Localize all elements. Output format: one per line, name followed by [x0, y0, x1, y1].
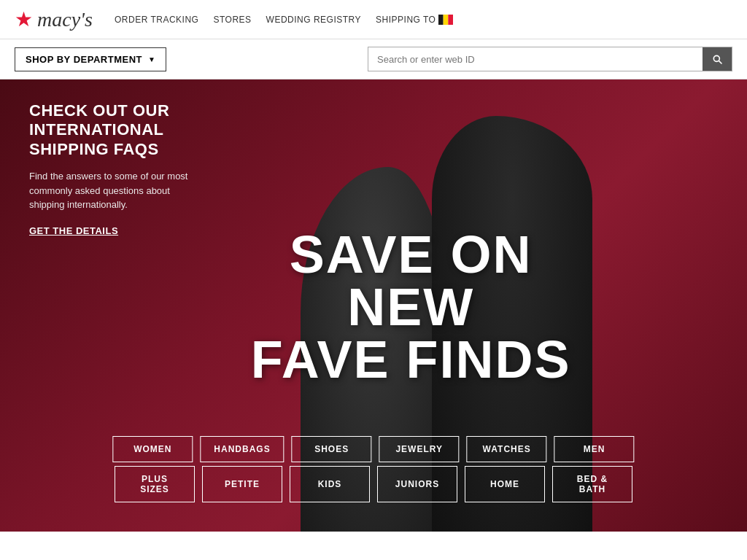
hero-promo-line1: SAVE ON NEW — [224, 228, 597, 333]
svg-rect-2 — [449, 15, 454, 25]
search-bar — [368, 47, 732, 71]
search-button[interactable] — [703, 47, 732, 71]
logo-star-icon: ★ — [15, 7, 33, 31]
category-button[interactable]: HANDBAGS — [200, 436, 284, 462]
category-row-1: WOMENHANDBAGSSHOESJEWELRYWATCHESMEN — [112, 436, 634, 462]
toolbar: SHOP BY DEPARTMENT ▼ — [0, 39, 747, 79]
category-button[interactable]: HOME — [465, 466, 545, 502]
svg-rect-0 — [438, 15, 444, 25]
hero-get-details-link[interactable]: GET THE DETAILS — [29, 225, 118, 236]
category-button[interactable]: JUNIORS — [377, 466, 457, 502]
category-button[interactable]: SHOES — [292, 436, 372, 462]
nav-shipping-to[interactable]: SHIPPING TO — [376, 15, 453, 25]
belgium-flag-icon — [438, 15, 453, 25]
hero-overlay-title: CHECK OUT OUR INTERNATIONAL SHIPPING FAQ… — [29, 101, 190, 159]
nav-stores[interactable]: STORES — [213, 15, 251, 25]
hero-overlay-text: CHECK OUT OUR INTERNATIONAL SHIPPING FAQ… — [29, 101, 190, 237]
hero-overlay-subtitle: Find the answers to some of our most com… — [29, 169, 190, 212]
logo[interactable]: ★ macy's — [15, 7, 93, 31]
category-button[interactable]: PETITE — [202, 466, 282, 502]
shop-by-dept-label: SHOP BY DEPARTMENT — [26, 54, 142, 65]
header: ★ macy's ORDER TRACKING STORES WEDDING R… — [0, 0, 747, 39]
category-button[interactable]: MEN — [554, 436, 635, 462]
category-button[interactable]: BED & BATH — [552, 466, 632, 502]
logo-text: macy's — [37, 8, 93, 31]
category-button[interactable]: KIDS — [290, 466, 370, 502]
hero-promo-text: SAVE ON NEW FAVE FINDS — [224, 228, 597, 386]
header-left: ★ macy's ORDER TRACKING STORES WEDDING R… — [15, 7, 453, 31]
search-icon — [711, 53, 723, 65]
hero-banner: CHECK OUT OUR INTERNATIONAL SHIPPING FAQ… — [0, 79, 747, 532]
main-nav: ORDER TRACKING STORES WEDDING REGISTRY S… — [115, 15, 453, 25]
svg-rect-1 — [444, 15, 449, 25]
shop-by-department-button[interactable]: SHOP BY DEPARTMENT ▼ — [15, 47, 166, 71]
search-input[interactable] — [368, 48, 703, 71]
category-row-2: PLUS SIZESPETITEKIDSJUNIORSHOMEBED & BAT… — [115, 466, 632, 502]
category-button[interactable]: WATCHES — [467, 436, 547, 462]
category-button[interactable]: PLUS SIZES — [115, 466, 195, 502]
hero-promo-line2: FAVE FINDS — [224, 333, 597, 386]
category-button[interactable]: WOMEN — [112, 436, 193, 462]
nav-order-tracking[interactable]: ORDER TRACKING — [115, 15, 198, 25]
nav-wedding-registry[interactable]: WEDDING REGISTRY — [266, 15, 361, 25]
category-button[interactable]: JEWELRY — [379, 436, 460, 462]
dropdown-arrow-icon: ▼ — [148, 55, 155, 63]
